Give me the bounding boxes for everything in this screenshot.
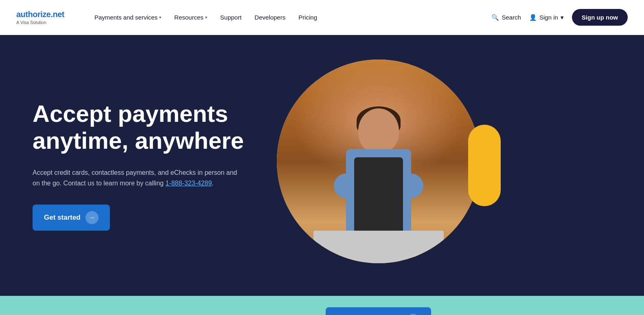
hero-scene [277, 59, 480, 263]
nav-pricing[interactable]: Pricing [294, 11, 322, 24]
chevron-down-icon: ▾ [561, 14, 564, 21]
nav-support[interactable]: Support [215, 11, 247, 24]
hero-title: Accept payments anytime, anywhere [33, 100, 277, 154]
hero-phone-link[interactable]: 1-888-323-4289 [165, 180, 212, 187]
hero-image-area [277, 59, 488, 271]
signin-button[interactable]: 👤 Sign in ▾ [529, 14, 564, 21]
signup-button[interactable]: Sign up now [572, 9, 628, 26]
counter-surface [313, 231, 444, 263]
hero-description: Accept credit cards, contactless payment… [33, 167, 244, 188]
chevron-down-icon: ▾ [159, 15, 161, 20]
nav-payments-services[interactable]: Payments and services ▾ [90, 11, 166, 24]
hero-image-circle [277, 59, 480, 263]
nav-developers[interactable]: Developers [250, 11, 290, 24]
search-icon: 🔍 [491, 14, 499, 21]
call-button[interactable]: Call 1-888-323-4289 → [326, 307, 431, 315]
chevron-down-icon: ▾ [205, 15, 207, 20]
nav-resources[interactable]: Resources ▾ [169, 11, 212, 24]
hero-section: Accept payments anytime, anywhere Accept… [0, 35, 644, 296]
arrow-icon: → [85, 211, 99, 224]
person-figure [322, 92, 436, 263]
search-button[interactable]: 🔍 Search [491, 14, 521, 21]
brand-tagline: A Visa Solution [16, 20, 73, 25]
person-head [358, 108, 399, 153]
bottom-banner: Questions? Speak to a human. Call 1-888-… [0, 296, 644, 315]
brand-name: authorize.net [16, 10, 73, 19]
user-icon: 👤 [529, 14, 537, 21]
main-nav: authorize.net A Visa Solution Payments a… [0, 0, 644, 35]
accent-circle [468, 125, 501, 206]
get-started-button[interactable]: Get started → [33, 205, 110, 231]
nav-right: 🔍 Search 👤 Sign in ▾ Sign up now [491, 9, 628, 26]
person-apron [354, 157, 403, 231]
logo[interactable]: authorize.net A Visa Solution [16, 10, 73, 25]
hero-content: Accept payments anytime, anywhere Accept… [33, 100, 277, 231]
nav-links: Payments and services ▾ Resources ▾ Supp… [90, 11, 491, 24]
